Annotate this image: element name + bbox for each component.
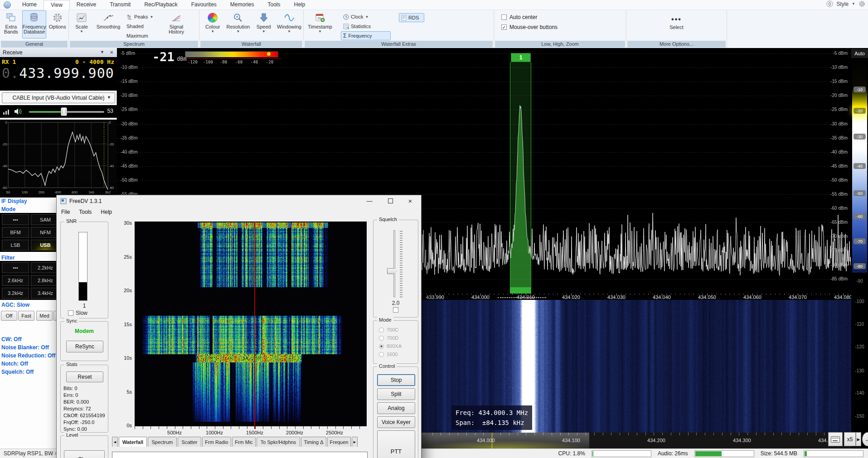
radio-800xa[interactable]	[379, 344, 384, 349]
mode-button-nfm[interactable]: NFM	[31, 227, 60, 238]
filter-button-32khz[interactable]: 3.2kHz	[2, 288, 29, 299]
panel-dropdown-icon[interactable]: ▼	[100, 50, 104, 54]
panel-close-icon[interactable]: ×	[110, 49, 113, 56]
tab-frm-mic[interactable]: Frm Mic	[232, 437, 256, 447]
menu-tools[interactable]: Tools	[74, 209, 96, 215]
close-button[interactable]: ×	[400, 195, 420, 207]
mode-option-800xa[interactable]: 800XA	[379, 343, 402, 349]
stop-button[interactable]: Stop	[377, 374, 415, 386]
filter-button-34khz[interactable]: 3.4kHz	[31, 288, 60, 299]
mode-option-700d[interactable]: 700D	[379, 335, 398, 341]
smoothing-button[interactable]: Smoothing	[94, 10, 122, 39]
peaks-menu-item[interactable]: Peaks▼	[124, 12, 162, 21]
ptt-button[interactable]: PTT	[377, 430, 415, 458]
mode-option-1600[interactable]: 1600	[379, 352, 398, 357]
resolution-button[interactable]: Resolution▼	[226, 10, 251, 39]
frequency-menu-item[interactable]: Σ Frequency	[341, 31, 391, 40]
signal-history-button[interactable]: Signal History	[164, 10, 189, 39]
analog-button[interactable]: Analog	[377, 402, 415, 414]
squelch-checkbox[interactable]	[393, 307, 398, 313]
filter-button-[interactable]: •••	[2, 262, 29, 273]
shaded-menu-item[interactable]: Shaded	[124, 22, 162, 31]
minimize-button[interactable]: —	[359, 195, 379, 207]
keyboard-entry-button[interactable]	[828, 432, 843, 446]
freedv-title-bar[interactable]: FreeDV 1.3.1 — ×	[57, 195, 421, 207]
frequency-lcd[interactable]: RX 1 0 - 4000 Hz 0.433.999.900	[0, 57, 117, 91]
zoom-step-right-button[interactable]: ▶	[856, 432, 861, 446]
ribbon-tab-home[interactable]: Home	[15, 0, 44, 10]
filter-button-22khz[interactable]: 2.2kHz	[31, 262, 60, 273]
checkbox-row-mouse-over-buttons[interactable]: ✓Mouse-over buttons	[501, 24, 558, 30]
style-menu[interactable]: Style	[836, 1, 849, 7]
frequency-readout[interactable]: 0.433.999.900	[2, 65, 114, 81]
waterfall-zoom-button[interactable]: x5	[844, 432, 856, 446]
maximum-menu-item[interactable]: Maximum	[124, 31, 162, 40]
style-dropdown-icon[interactable]: ▼	[852, 2, 855, 6]
menu-file[interactable]: File	[57, 209, 74, 215]
tabs-scroll-right[interactable]: ▶	[352, 437, 358, 447]
speaker-icon[interactable]	[14, 107, 23, 116]
timestamp-button[interactable]: 15 Timestamp ▼	[305, 10, 335, 39]
ribbon-tab-transmit[interactable]: Transmit	[103, 0, 137, 10]
select-button[interactable]: ••• Select	[661, 10, 693, 39]
tab-to-spkr-hdphns[interactable]: To Spkr/Hdphns	[257, 437, 300, 447]
agc-button-off[interactable]: Off	[1, 311, 17, 321]
extra-bands-button[interactable]: Extra Bands	[2, 10, 20, 39]
squelch-slider-thumb[interactable]	[387, 268, 397, 274]
colour-button[interactable]: Colour▼	[201, 10, 224, 39]
if-spectrum-graph[interactable]: 00-20-20-40-40-60-60501002004008001k63k2	[0, 120, 117, 198]
mode-button-lsb[interactable]: LSB	[2, 240, 29, 251]
ribbon-tab-tools[interactable]: Tools	[261, 0, 287, 10]
audio-device-dropdown[interactable]: CABLE Input (VB-Audio Virtual Cable) ▼	[2, 92, 115, 103]
mode-option-700c[interactable]: 700C	[379, 327, 398, 333]
rx-marker-badge[interactable]: 1	[511, 53, 531, 62]
tab-frequen[interactable]: Frequen	[327, 437, 351, 447]
ribbon-tab-view[interactable]: View	[44, 0, 70, 10]
ribbon-tab-memories[interactable]: Memories	[223, 0, 261, 10]
resync-button[interactable]: ReSync	[66, 341, 103, 352]
levels-icon[interactable]	[3, 108, 10, 115]
agc-button-med[interactable]: Med	[36, 311, 53, 321]
mode-button-usb[interactable]: USB	[31, 240, 60, 251]
filter-button-28khz[interactable]: 2.8kHz	[31, 275, 60, 286]
speed-button[interactable]: Speed▼	[252, 10, 275, 39]
voice-keyer-button[interactable]: Voice Keyer	[377, 416, 415, 428]
checkbox-row-auto-center[interactable]: Auto center	[501, 14, 558, 20]
receive-panel-header[interactable]: Receive ▼ ×	[0, 48, 117, 58]
clock-menu-item[interactable]: Clock▼	[341, 12, 391, 21]
mode-button-bfm[interactable]: BFM	[2, 227, 29, 238]
radio-700c[interactable]	[379, 328, 384, 333]
volume-slider-thumb[interactable]	[61, 107, 67, 116]
ribbon-tab-favourites[interactable]: Favourites	[184, 0, 223, 10]
options-button[interactable]: Options	[48, 10, 67, 39]
tabs-scroll-left[interactable]: ◀	[112, 437, 118, 447]
rds-button[interactable]: RDS	[399, 13, 424, 22]
rx-channel-band[interactable]	[510, 62, 531, 294]
settings-gear-icon[interactable]	[858, 0, 865, 7]
mode-button-sam[interactable]: SAM	[31, 214, 60, 225]
radio-700d[interactable]	[379, 336, 384, 341]
auto-center-checkbox[interactable]	[501, 14, 507, 20]
split-button[interactable]: Split	[377, 388, 415, 400]
frequency-database-button[interactable]: Frequency Database	[22, 10, 47, 39]
tab-timing-[interactable]: Timing Δ	[301, 437, 326, 447]
clear-button[interactable]: Clear	[64, 450, 105, 458]
legend-auto-button[interactable]: Auto	[851, 49, 868, 58]
reset-button[interactable]: Reset	[66, 371, 103, 382]
ribbon-tab-help[interactable]: Help	[287, 0, 312, 10]
statistics-menu-item[interactable]: 9 Statistics	[341, 22, 391, 31]
agc-button-fast[interactable]: Fast	[18, 311, 34, 321]
app-icon[interactable]	[4, 1, 11, 9]
windowing-button[interactable]: Windowing▼	[277, 10, 301, 39]
text-entry-field[interactable]	[112, 452, 368, 458]
tab-waterfall[interactable]: Waterfall	[119, 437, 147, 447]
slow-checkbox[interactable]	[68, 310, 73, 316]
radio-1600[interactable]	[379, 352, 384, 357]
tab-scatter[interactable]: Scatter	[178, 437, 201, 447]
maximize-button[interactable]	[380, 195, 400, 207]
collapse-ribbon-icon[interactable]	[826, 0, 833, 7]
scale-button[interactable]: Scale ▼	[71, 10, 92, 39]
squelch-slider-track[interactable]	[393, 230, 395, 297]
tab-frm-radio[interactable]: Frm Radio	[202, 437, 231, 447]
palette-gradient-bar[interactable]	[185, 51, 278, 58]
